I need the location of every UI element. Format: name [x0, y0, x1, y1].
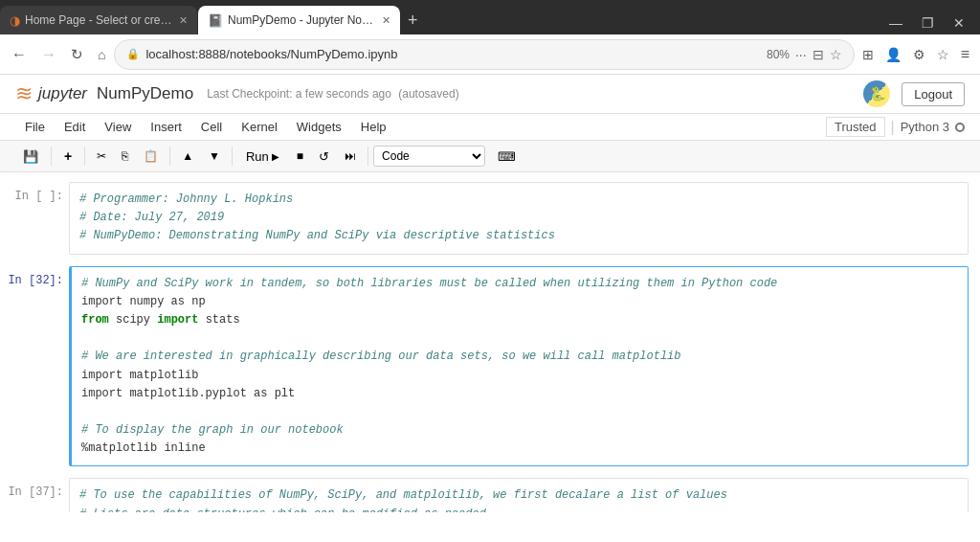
collections-icon[interactable]: ⊟ — [813, 47, 824, 62]
back-button[interactable]: ← — [6, 42, 33, 67]
tab-home[interactable]: ◑ Home Page - Select or create a ✕ — [0, 6, 197, 34]
jupyter-logo-icon: ≋ — [15, 81, 33, 106]
logout-button[interactable]: Logout — [902, 82, 965, 106]
nav-bar: ← → ↻ ⌂ 🔒 localhost:8888/notebooks/NumPy… — [0, 34, 980, 75]
stop-button[interactable]: ■ — [290, 146, 310, 167]
jupyter-logo: ≋ jupyter — [15, 81, 87, 106]
jupyter-tab-icon: 📓 — [208, 13, 223, 28]
jupyter-logo-text: jupyter — [38, 84, 87, 103]
menu-edit[interactable]: Edit — [55, 116, 95, 138]
cell-1-content[interactable]: # Programmer: Johnny L. Hopkins # Date: … — [69, 182, 969, 255]
home-button[interactable]: ⌂ — [92, 43, 111, 66]
cell-2-line-2: import numpy as np — [81, 293, 958, 311]
cell-2-prompt: In [32]: — [0, 264, 69, 469]
zoom-level[interactable]: 80% — [767, 48, 790, 61]
toolbar-sep-2 — [84, 147, 85, 166]
maximize-button[interactable]: ❐ — [914, 15, 942, 31]
cell-2-line-7: import matplotlib.pyplot as plt — [81, 385, 958, 403]
restart-button[interactable]: ↺ — [312, 146, 336, 168]
extensions-button[interactable]: ⊞ — [858, 43, 879, 66]
run-label: Run — [246, 149, 269, 164]
cell-type-select[interactable]: Code Markdown Raw NBConvert — [373, 146, 485, 167]
cell-2-line-3: from scipy import stats — [81, 311, 958, 329]
bookmark-icon[interactable]: ☆ — [830, 47, 842, 62]
keyboard-shortcut-button[interactable]: ⌨ — [491, 146, 523, 168]
browser-menu-button[interactable]: ≡ — [956, 42, 974, 67]
cell-2-line-8 — [81, 403, 958, 421]
cut-button[interactable]: ✂ — [90, 146, 113, 167]
cell-3-content[interactable]: # To use the capabilities of NumPy, SciP… — [69, 478, 969, 512]
profile-button[interactable]: 👤 — [880, 43, 906, 66]
fast-forward-button[interactable]: ⏭ — [338, 146, 363, 167]
add-cell-button[interactable]: + — [56, 145, 79, 168]
menu-file[interactable]: File — [15, 116, 55, 138]
home-tab-close[interactable]: ✕ — [179, 14, 188, 27]
cell-1-line-3: # NumPyDemo: Demonstrating NumPy and Sci… — [79, 227, 958, 245]
forward-button[interactable]: → — [35, 42, 62, 67]
cell-3-line-1: # To use the capabilities of NumPy, SciP… — [79, 486, 958, 505]
toolbar-sep-1 — [51, 147, 52, 166]
cell-2-line-1: # NumPy and SciPy work in tandem, so bot… — [81, 275, 958, 293]
home-tab-label: Home Page - Select or create a — [25, 13, 173, 27]
cell-2-line-6: import matplotlib — [81, 367, 958, 385]
refresh-button[interactable]: ↻ — [65, 42, 89, 67]
copy-button[interactable]: ⎘ — [115, 146, 135, 167]
menu-widgets[interactable]: Widgets — [287, 116, 351, 138]
nav-dots-icon[interactable]: ··· — [795, 47, 807, 62]
tab-jupyter[interactable]: 📓 NumPyDemo - Jupyter Notebo ✕ — [198, 6, 400, 34]
browser-window: ◑ Home Page - Select or create a ✕ 📓 Num… — [0, 0, 980, 542]
cell-2-line-9: # To display the graph in our notebook — [81, 421, 958, 440]
menu-insert[interactable]: Insert — [141, 116, 191, 138]
kernel-name: Python 3 — [901, 120, 949, 134]
menu-kernel[interactable]: Kernel — [232, 116, 287, 138]
toolbar-sep-4 — [232, 147, 233, 166]
cell-1[interactable]: In [ ]: # Programmer: Johnny L. Hopkins … — [0, 180, 980, 257]
cell-2[interactable]: In [32]: # NumPy and SciPy work in tande… — [0, 264, 980, 469]
close-button[interactable]: ✕ — [946, 15, 972, 31]
cell-3-line-2: # Lists are data structures which can be… — [79, 506, 958, 512]
jupyter-tab-label: NumPyDemo - Jupyter Notebo — [228, 13, 376, 27]
paste-button[interactable]: 📋 — [137, 146, 165, 167]
run-button[interactable]: Run ▶ — [237, 146, 288, 168]
toolbar-sep-3 — [169, 147, 170, 166]
toolbar: 💾 + ✂ ⎘ 📋 ▲ ▼ Run ▶ ■ ↺ ⏭ Code Markdown … — [0, 141, 980, 172]
toolbar-sep-5 — [368, 147, 368, 166]
move-up-button[interactable]: ▲ — [175, 146, 200, 167]
jupyter-tab-close[interactable]: ✕ — [382, 14, 390, 27]
notebook-content: In [ ]: # Programmer: Johnny L. Hopkins … — [0, 172, 980, 512]
tab-bar: ◑ Home Page - Select or create a ✕ 📓 Num… — [0, 0, 980, 34]
python-logo: 🐍 — [863, 80, 890, 107]
home-tab-icon: ◑ — [10, 13, 20, 28]
menu-view[interactable]: View — [95, 116, 141, 138]
minimize-button[interactable]: — — [881, 15, 910, 31]
menu-bar: File Edit View Insert Cell Kernel Widget… — [0, 114, 980, 141]
jupyter-wrapper: ≋ jupyter NumPyDemo Last Checkpoint: a f… — [0, 75, 980, 542]
checkpoint-text: Last Checkpoint: a few seconds ago (auto… — [207, 87, 459, 101]
kernel-info: Python 3 — [901, 120, 965, 134]
move-down-button[interactable]: ▼ — [202, 146, 227, 167]
window-controls: — ❐ ✕ — [881, 15, 980, 34]
menu-cell[interactable]: Cell — [191, 116, 232, 138]
cell-2-content[interactable]: # NumPy and SciPy work in tandem, so bot… — [69, 266, 969, 467]
menu-help[interactable]: Help — [351, 116, 396, 138]
jupyter-right-header: 🐍 Logout — [863, 80, 965, 107]
cell-1-prompt: In [ ]: — [0, 180, 69, 257]
cell-1-line-1: # Programmer: Johnny L. Hopkins — [79, 191, 958, 209]
cell-3[interactable]: In [37]: # To use the capabilities of Nu… — [0, 476, 980, 512]
favorites-button[interactable]: ☆ — [932, 43, 954, 66]
cell-3-prompt: In [37]: — [0, 476, 69, 512]
run-icon: ▶ — [272, 151, 279, 162]
cell-2-line-5: # We are interested in graphically descr… — [81, 348, 958, 366]
menu-right: Trusted | Python 3 — [826, 117, 965, 137]
trusted-badge: Trusted — [826, 117, 885, 137]
new-tab-button[interactable]: + — [400, 6, 426, 34]
cell-2-line-4 — [81, 329, 958, 348]
lock-icon: 🔒 — [126, 48, 140, 60]
save-button[interactable]: 💾 — [15, 146, 46, 168]
nav-right-icons: ⊞ 👤 ⚙ ☆ ≡ — [858, 42, 974, 67]
cell-1-line-2: # Date: July 27, 2019 — [79, 209, 958, 227]
notebook-name[interactable]: NumPyDemo — [97, 84, 193, 103]
settings-button[interactable]: ⚙ — [908, 43, 930, 66]
kernel-dot — [955, 123, 965, 132]
address-bar[interactable]: 🔒 localhost:8888/notebooks/NumPyDemo.ipy… — [114, 39, 854, 70]
